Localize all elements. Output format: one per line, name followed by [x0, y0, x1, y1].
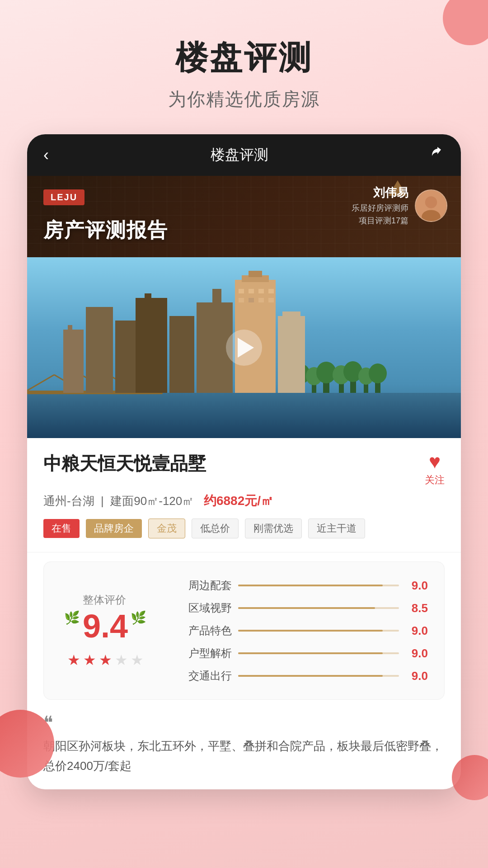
- page-sub-title: 为你精选优质房源: [18, 87, 470, 112]
- svg-rect-36: [278, 316, 305, 393]
- svg-rect-45: [268, 298, 274, 302]
- reviewer-avatar: [415, 189, 447, 222]
- star-4: ★: [115, 651, 128, 669]
- svg-rect-29: [145, 293, 151, 300]
- app-header: ‹ 楼盘评测: [27, 134, 461, 176]
- svg-rect-26: [86, 307, 113, 393]
- favorite-label: 关注: [425, 473, 445, 487]
- page-header: 楼盘评测 为你精选优质房源: [0, 0, 488, 134]
- svg-rect-24: [63, 330, 84, 393]
- rating-bar-fill-surroundings: [238, 585, 383, 586]
- report-title: 房产评测报告: [43, 217, 168, 244]
- rating-item-traffic: 交通出行 9.0: [169, 669, 428, 683]
- rating-right: 周边配套 9.0 区域视野 8.5 产品特色: [169, 578, 428, 683]
- page-main-title: 楼盘评测: [18, 36, 470, 80]
- svg-rect-39: [249, 289, 254, 293]
- tags-row: 在售 品牌房企 金茂 低总价 刚需优选 近主干道: [43, 519, 445, 538]
- rating-score-view: 8.5: [405, 601, 428, 615]
- rating-bar-product: [238, 630, 399, 632]
- tag-starter: 刚需优选: [245, 519, 302, 538]
- svg-rect-42: [239, 298, 244, 302]
- svg-rect-38: [239, 289, 244, 293]
- svg-rect-30: [169, 316, 194, 393]
- leaf-right-icon: 🌿: [131, 610, 146, 625]
- rating-item-product: 产品特色 9.0: [169, 623, 428, 638]
- quote-mark: ❝: [43, 713, 445, 731]
- star-3: ★: [99, 651, 112, 669]
- rating-label-traffic: 交通出行: [169, 669, 232, 683]
- leju-logo: LEJU: [43, 189, 84, 205]
- tag-jinmao: 金茂: [148, 519, 185, 538]
- stars-row: ★ ★ ★ ★ ★: [67, 651, 144, 669]
- svg-rect-44: [258, 298, 264, 302]
- svg-rect-25: [68, 325, 72, 330]
- rating-section: 🌿 整体评价 9.4 🌿 ★ ★ ★ ★ ★ 周边配套: [43, 561, 445, 700]
- share-button[interactable]: [430, 146, 445, 164]
- rating-label-view: 区域视野: [169, 601, 232, 615]
- tag-sale: 在售: [43, 519, 80, 538]
- rating-bar-fill-traffic: [238, 675, 383, 677]
- svg-rect-35: [249, 271, 262, 277]
- video-area[interactable]: [27, 257, 461, 438]
- reviewer-info: 刘伟易 乐居好房评测师 项目评测17篇: [352, 185, 447, 226]
- rating-decoration: 🌿 整体评价 9.4 🌿: [64, 593, 146, 642]
- star-1: ★: [67, 651, 80, 669]
- play-button[interactable]: [226, 330, 262, 366]
- rating-label-product: 产品特色: [169, 623, 232, 638]
- tag-brand: 品牌房企: [86, 519, 142, 538]
- svg-rect-32: [212, 289, 221, 305]
- report-banner: LEJU 房产评测报告 刘伟易 乐居好房评测师 项目评测17篇: [27, 176, 461, 257]
- property-price: 约6882元/㎡: [204, 494, 273, 508]
- svg-rect-37: [282, 311, 300, 318]
- svg-rect-28: [136, 298, 167, 393]
- tag-low-price: 低总价: [192, 519, 239, 538]
- star-5: ★: [131, 651, 144, 669]
- rating-bar-view: [238, 607, 399, 609]
- svg-rect-41: [268, 289, 274, 293]
- rating-item-view: 区域视野 8.5: [169, 601, 428, 615]
- rating-item-surroundings: 周边配套 9.0: [169, 578, 428, 593]
- reviewer-name: 刘伟易: [352, 185, 408, 201]
- svg-rect-43: [249, 298, 254, 302]
- rating-bar-surroundings: [238, 585, 399, 586]
- rating-left: 🌿 整体评价 9.4 🌿 ★ ★ ★ ★ ★: [60, 578, 150, 683]
- rating-score-surroundings: 9.0: [405, 579, 428, 593]
- rating-score-traffic: 9.0: [405, 669, 428, 683]
- svg-point-23: [369, 363, 387, 383]
- svg-point-1: [425, 196, 437, 208]
- svg-rect-40: [258, 289, 264, 293]
- quote-section: ❝ 朝阳区孙河板块，东北五环外，平墅、叠拼和合院产品，板块最后低密野叠，总价24…: [27, 709, 461, 789]
- reviewer-desc1: 乐居好房评测师: [352, 203, 408, 213]
- rating-label-surroundings: 周边配套: [169, 578, 232, 593]
- rating-bar-fill-product: [238, 630, 383, 632]
- property-name: 中粮天恒天悦壹品墅: [43, 452, 206, 475]
- phone-card: ‹ 楼盘评测 LEJU 房产评测报告 刘伟易 乐居好房评测师 项目评测17篇: [27, 134, 461, 789]
- rating-label-layout: 户型解析: [169, 646, 232, 660]
- favorite-button[interactable]: ♥ 关注: [425, 452, 445, 487]
- property-details: 通州-台湖 | 建面90㎡-120㎡ 约6882元/㎡: [43, 492, 445, 509]
- back-button[interactable]: ‹: [43, 146, 49, 165]
- rating-bar-traffic: [238, 675, 399, 677]
- property-location: 通州-台湖: [43, 494, 94, 508]
- property-header: 中粮天恒天悦壹品墅 ♥ 关注: [43, 452, 445, 487]
- overall-score: 9.4: [83, 610, 128, 642]
- overall-label: 整体评价: [83, 593, 128, 607]
- star-2: ★: [83, 651, 96, 669]
- rating-bar-fill-layout: [238, 652, 383, 654]
- play-icon: [238, 338, 254, 358]
- svg-rect-4: [27, 393, 461, 438]
- rating-score-layout: 9.0: [405, 646, 428, 660]
- heart-icon: ♥: [429, 452, 441, 472]
- reviewer-desc2: 项目评测17篇: [352, 215, 408, 226]
- app-header-title: 楼盘评测: [211, 145, 268, 165]
- rating-bar-fill-view: [238, 607, 375, 609]
- rating-content: 🌿 整体评价 9.4 🌿 ★ ★ ★ ★ ★ 周边配套: [60, 578, 428, 683]
- quote-text: 朝阳区孙河板块，东北五环外，平墅、叠拼和合院产品，板块最后低密野叠，总价2400…: [43, 736, 445, 776]
- rating-bar-layout: [238, 652, 399, 654]
- leaf-left-icon: 🌿: [64, 610, 80, 625]
- rating-score-product: 9.0: [405, 624, 428, 638]
- rating-item-layout: 户型解析 9.0: [169, 646, 428, 660]
- property-info-section: 中粮天恒天悦壹品墅 ♥ 关注 通州-台湖 | 建面90㎡-120㎡ 约6882元…: [27, 438, 461, 552]
- tag-road: 近主干道: [308, 519, 365, 538]
- property-area: 建面90㎡-120㎡: [110, 494, 194, 508]
